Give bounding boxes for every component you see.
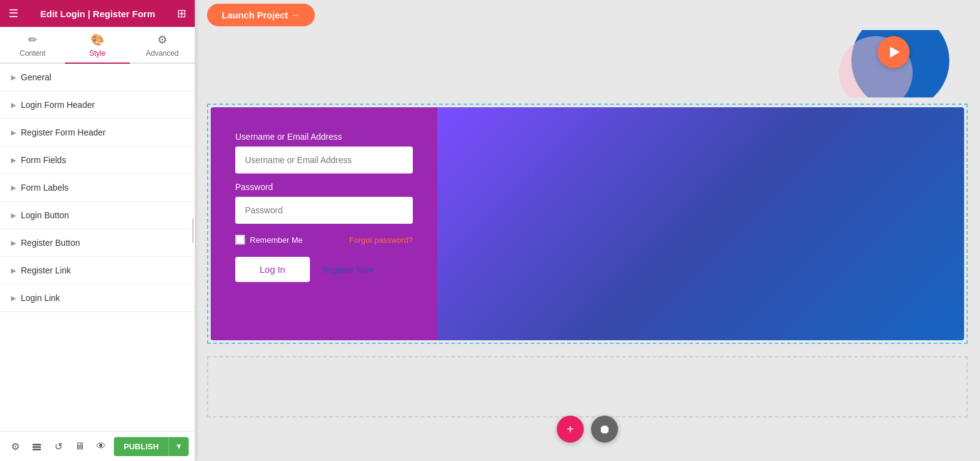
section-form-labels-label: Form Labels <box>21 183 69 192</box>
hamburger-icon[interactable]: ☰ <box>9 7 18 20</box>
history-icon[interactable]: ↺ <box>49 436 67 456</box>
svg-rect-0 <box>32 444 41 446</box>
password-input[interactable] <box>235 197 413 224</box>
left-panel: ☰ Edit Login | Register Form ⊞ ✏ Content… <box>0 0 195 461</box>
style-tab-icon: 🎨 <box>91 33 104 47</box>
publish-group: PUBLISH ▼ <box>114 437 189 456</box>
section-register-link-label: Register Link <box>21 265 71 275</box>
chevron-form-labels-icon: ▶ <box>11 184 16 192</box>
tab-content[interactable]: ✏ Content <box>0 27 65 64</box>
canvas-area: Username or Email Address Password Remem… <box>195 97 980 461</box>
section-form-labels[interactable]: ▶ Form Labels <box>0 174 195 202</box>
play-triangle-icon <box>890 47 900 58</box>
section-register-link[interactable]: ▶ Register Link <box>0 257 195 284</box>
section-login-button-label: Login Button <box>21 210 69 220</box>
editor-title: Edit Login | Register Form <box>40 9 156 19</box>
add-fab-icon: + <box>567 422 574 436</box>
section-form-fields[interactable]: ▶ Form Fields <box>0 147 195 174</box>
record-fab-button[interactable]: ⏺ <box>591 416 618 443</box>
login-row: Log In Register Now <box>235 257 413 282</box>
advanced-tab-icon: ⚙ <box>157 33 167 47</box>
remember-left: Remember Me <box>235 235 303 245</box>
tab-content-label: Content <box>20 49 45 58</box>
chevron-general-icon: ▶ <box>11 74 16 82</box>
section-register-button[interactable]: ▶ Register Button <box>0 229 195 257</box>
publish-button[interactable]: PUBLISH <box>114 437 168 456</box>
section-general[interactable]: ▶ General <box>0 64 195 91</box>
tab-style[interactable]: 🎨 Style <box>65 27 130 64</box>
bottom-toolbar: ⚙ ↺ 🖥 👁 PUBLISH ▼ <box>0 431 195 461</box>
form-left-section: Username or Email Address Password Remem… <box>211 107 437 340</box>
chevron-login-button-icon: ▶ <box>11 211 16 219</box>
publish-dropdown-button[interactable]: ▼ <box>168 437 189 456</box>
chevron-login-link-icon: ▶ <box>11 294 16 302</box>
section-login-link[interactable]: ▶ Login Link <box>0 284 195 312</box>
section-register-button-label: Register Button <box>21 238 80 248</box>
empty-section-below <box>207 356 968 417</box>
layers-icon[interactable] <box>28 436 45 456</box>
section-general-label: General <box>21 72 51 82</box>
password-field-group: Password <box>235 182 413 224</box>
remember-me-checkbox[interactable] <box>235 235 245 245</box>
play-button[interactable] <box>878 36 910 68</box>
tab-style-label: Style <box>89 49 106 58</box>
section-login-link-label: Login Link <box>21 293 60 303</box>
resize-handle[interactable] <box>191 0 195 461</box>
responsive-icon[interactable]: 🖥 <box>71 436 89 456</box>
svg-rect-2 <box>32 449 41 451</box>
form-selection-wrapper: Username or Email Address Password Remem… <box>207 104 968 344</box>
form-right-section <box>437 107 964 340</box>
section-login-form-header[interactable]: ▶ Login Form Header <box>0 91 195 119</box>
section-login-form-header-label: Login Form Header <box>21 100 95 110</box>
login-form-container: Username or Email Address Password Remem… <box>211 107 964 340</box>
chevron-register-button-icon: ▶ <box>11 239 16 247</box>
section-form-fields-label: Form Fields <box>21 155 66 165</box>
main-canvas: Launch Project → Username or Email Addre… <box>195 0 980 461</box>
content-tab-icon: ✏ <box>28 33 37 47</box>
tab-advanced[interactable]: ⚙ Advanced <box>130 27 195 64</box>
chevron-register-link-icon: ▶ <box>11 267 16 275</box>
launch-project-button[interactable]: Launch Project → <box>207 4 315 26</box>
grid-icon[interactable]: ⊞ <box>177 7 186 20</box>
section-register-form-header[interactable]: ▶ Register Form Header <box>0 119 195 147</box>
remember-me-label: Remember Me <box>250 235 303 245</box>
editor-topbar: ☰ Edit Login | Register Form ⊞ <box>0 0 195 27</box>
preview-icon[interactable]: 👁 <box>92 436 110 456</box>
forgot-password-link[interactable]: Forgot password? <box>349 235 413 245</box>
top-decorations <box>195 30 980 97</box>
chevron-form-fields-icon: ▶ <box>11 156 16 164</box>
login-button[interactable]: Log In <box>235 257 310 282</box>
record-fab-icon: ⏺ <box>598 422 611 436</box>
settings-icon[interactable]: ⚙ <box>6 436 24 456</box>
username-field-label: Username or Email Address <box>235 132 413 142</box>
panel-sections: ▶ General ▶ Login Form Header ▶ Register… <box>0 64 195 431</box>
remember-row: Remember Me Forgot password? <box>235 235 413 245</box>
section-login-button[interactable]: ▶ Login Button <box>0 202 195 229</box>
username-field-group: Username or Email Address <box>235 132 413 173</box>
section-register-form-header-label: Register Form Header <box>21 128 106 137</box>
tabs-row: ✏ Content 🎨 Style ⚙ Advanced <box>0 27 195 64</box>
chevron-login-header-icon: ▶ <box>11 101 16 109</box>
chevron-register-header-icon: ▶ <box>11 129 16 137</box>
canvas-topbar: Launch Project → <box>195 0 980 30</box>
username-input[interactable] <box>235 147 413 173</box>
add-fab-button[interactable]: + <box>557 416 584 443</box>
register-now-link[interactable]: Register Now <box>322 265 374 275</box>
decorative-circles <box>821 30 943 97</box>
password-field-label: Password <box>235 182 413 192</box>
svg-rect-1 <box>32 446 41 448</box>
fab-area: + ⏺ <box>557 416 618 443</box>
tab-advanced-label: Advanced <box>146 49 178 58</box>
